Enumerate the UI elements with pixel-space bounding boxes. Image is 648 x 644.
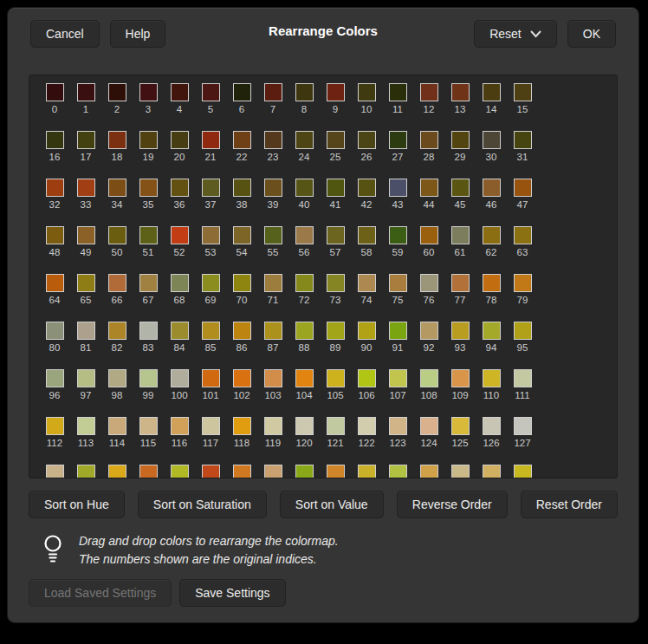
color-swatch[interactable] bbox=[139, 369, 158, 387]
color-swatch[interactable] bbox=[295, 83, 314, 101]
color-swatch[interactable] bbox=[358, 417, 376, 435]
color-swatch[interactable] bbox=[202, 274, 220, 292]
color-swatch[interactable] bbox=[171, 179, 189, 197]
color-swatch[interactable] bbox=[171, 226, 189, 244]
color-swatch[interactable] bbox=[171, 369, 189, 387]
color-swatch[interactable] bbox=[233, 417, 251, 435]
color-swatch[interactable] bbox=[171, 131, 189, 149]
color-swatch[interactable] bbox=[202, 131, 220, 149]
color-swatch[interactable] bbox=[139, 179, 158, 197]
color-swatch[interactable] bbox=[202, 179, 220, 197]
color-swatch[interactable] bbox=[389, 369, 407, 387]
color-swatch[interactable] bbox=[77, 226, 95, 244]
color-swatch[interactable] bbox=[295, 465, 314, 478]
color-swatch[interactable] bbox=[108, 179, 126, 197]
reset-order-button[interactable]: Reset Order bbox=[521, 491, 618, 518]
color-swatch[interactable] bbox=[327, 274, 345, 292]
color-swatch[interactable] bbox=[108, 417, 126, 435]
color-swatch[interactable] bbox=[77, 369, 95, 387]
color-swatch[interactable] bbox=[451, 369, 470, 387]
color-swatch[interactable] bbox=[451, 465, 470, 478]
color-swatch[interactable] bbox=[171, 417, 189, 435]
color-swatch[interactable] bbox=[46, 83, 64, 101]
color-swatch[interactable] bbox=[514, 369, 532, 387]
color-swatch[interactable] bbox=[420, 322, 438, 340]
color-swatch[interactable] bbox=[46, 465, 64, 478]
color-swatch[interactable] bbox=[264, 322, 282, 340]
color-swatch[interactable] bbox=[358, 131, 376, 149]
color-swatch[interactable] bbox=[139, 226, 158, 244]
color-swatch[interactable] bbox=[295, 369, 314, 387]
color-swatch[interactable] bbox=[46, 369, 64, 387]
color-swatch[interactable] bbox=[264, 465, 282, 478]
color-swatch[interactable] bbox=[233, 226, 251, 244]
color-swatch[interactable] bbox=[202, 465, 220, 478]
color-swatch[interactable] bbox=[483, 274, 501, 292]
color-swatch[interactable] bbox=[295, 274, 314, 292]
save-settings-button[interactable]: Save Settings bbox=[179, 579, 285, 607]
color-swatch[interactable] bbox=[139, 274, 158, 292]
color-swatch[interactable] bbox=[295, 179, 314, 197]
sort-on-saturation-button[interactable]: Sort on Saturation bbox=[138, 491, 267, 518]
color-swatch[interactable] bbox=[420, 179, 438, 197]
color-swatch[interactable] bbox=[451, 322, 470, 340]
color-swatch[interactable] bbox=[264, 226, 282, 244]
color-swatch[interactable] bbox=[46, 274, 64, 292]
color-swatch[interactable] bbox=[389, 417, 407, 435]
color-swatch[interactable] bbox=[233, 131, 251, 149]
help-button[interactable]: Help bbox=[110, 20, 166, 48]
color-swatch[interactable] bbox=[514, 465, 532, 478]
color-swatch[interactable] bbox=[514, 274, 532, 292]
color-swatch[interactable] bbox=[77, 274, 95, 292]
color-swatch[interactable] bbox=[264, 274, 282, 292]
color-swatch[interactable] bbox=[264, 131, 282, 149]
color-swatch[interactable] bbox=[420, 369, 438, 387]
color-swatch[interactable] bbox=[108, 226, 126, 244]
color-swatch[interactable] bbox=[358, 274, 376, 292]
color-swatch[interactable] bbox=[389, 274, 407, 292]
color-swatch[interactable] bbox=[327, 417, 345, 435]
color-swatch[interactable] bbox=[389, 226, 407, 244]
color-swatch[interactable] bbox=[264, 369, 282, 387]
color-swatch[interactable] bbox=[46, 322, 64, 340]
color-swatch[interactable] bbox=[420, 274, 438, 292]
color-swatch[interactable] bbox=[483, 369, 501, 387]
color-swatch[interactable] bbox=[327, 226, 345, 244]
color-swatch[interactable] bbox=[483, 417, 501, 435]
color-swatch[interactable] bbox=[171, 83, 189, 101]
color-swatch[interactable] bbox=[139, 83, 158, 101]
color-swatch[interactable] bbox=[77, 83, 95, 101]
reverse-order-button[interactable]: Reverse Order bbox=[397, 491, 508, 518]
color-swatch[interactable] bbox=[389, 322, 407, 340]
color-swatch[interactable] bbox=[264, 83, 282, 101]
color-swatch[interactable] bbox=[451, 417, 470, 435]
color-swatch[interactable] bbox=[46, 417, 64, 435]
color-swatch[interactable] bbox=[358, 465, 376, 478]
color-swatch[interactable] bbox=[327, 83, 345, 101]
color-swatch[interactable] bbox=[264, 179, 282, 197]
color-swatch[interactable] bbox=[420, 226, 438, 244]
color-swatch[interactable] bbox=[108, 369, 126, 387]
color-swatch[interactable] bbox=[514, 131, 532, 149]
color-swatch[interactable] bbox=[202, 369, 220, 387]
color-swatch[interactable] bbox=[171, 274, 189, 292]
color-swatch[interactable] bbox=[451, 179, 470, 197]
color-swatch[interactable] bbox=[483, 131, 501, 149]
color-swatch[interactable] bbox=[389, 131, 407, 149]
color-swatch[interactable] bbox=[420, 417, 438, 435]
color-swatch[interactable] bbox=[202, 417, 220, 435]
color-swatch[interactable] bbox=[295, 131, 314, 149]
color-swatch[interactable] bbox=[327, 322, 345, 340]
color-swatch[interactable] bbox=[451, 226, 470, 244]
color-swatch[interactable] bbox=[139, 322, 158, 340]
color-swatch[interactable] bbox=[77, 131, 95, 149]
color-swatch[interactable] bbox=[108, 465, 126, 478]
color-swatch[interactable] bbox=[108, 83, 126, 101]
color-swatch[interactable] bbox=[171, 465, 189, 478]
color-swatch[interactable] bbox=[483, 226, 501, 244]
color-swatch[interactable] bbox=[264, 417, 282, 435]
color-swatch[interactable] bbox=[358, 322, 376, 340]
color-swatch[interactable] bbox=[233, 179, 251, 197]
color-swatch[interactable] bbox=[483, 322, 501, 340]
color-swatch[interactable] bbox=[358, 226, 376, 244]
